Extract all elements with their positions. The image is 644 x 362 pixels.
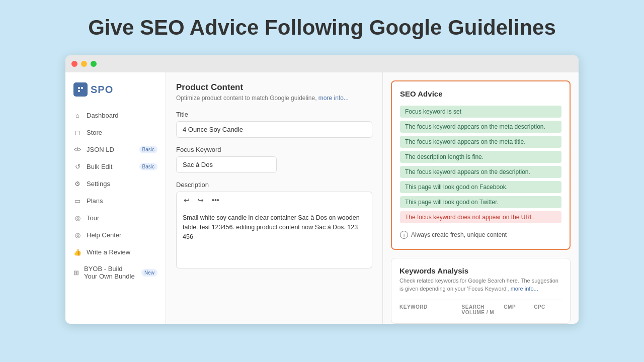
traffic-light-red[interactable] <box>71 61 77 67</box>
advice-info: i Always create fresh, unique content <box>400 229 561 241</box>
advice-item-1: Focus keyword is set <box>400 106 561 118</box>
sidebar: SPO ⌂ Dashboard ◻ Store </> JSON LD Basi… <box>65 72 166 324</box>
seo-advice-card: SEO Advice Focus keyword is set The focu… <box>391 80 571 250</box>
product-content-subtitle: Optimize product content to match Google… <box>176 95 372 102</box>
sidebar-label-help: Help Center <box>87 231 121 239</box>
sidebar-item-plans[interactable]: ▭ Plans <box>65 192 166 209</box>
advice-item-5: The focus keyword appears on the descrip… <box>400 166 561 178</box>
description-label: Description <box>176 181 372 189</box>
bulk-edit-icon: ↺ <box>73 162 82 170</box>
more-options-button[interactable]: ••• <box>210 195 221 205</box>
help-icon: ◎ <box>73 231 82 239</box>
product-content-title: Product Content <box>176 82 372 93</box>
traffic-light-green[interactable] <box>91 61 97 67</box>
right-panel: SEO Advice Focus keyword is set The focu… <box>382 72 579 324</box>
sidebar-item-dashboard[interactable]: ⌂ Dashboard <box>65 107 166 124</box>
keywords-title: Keywords Analysis <box>399 266 562 275</box>
focus-keyword-input[interactable] <box>176 156 277 173</box>
col-keyword: KEYWORD <box>399 304 460 315</box>
sidebar-label-byob: BYOB - Build Your Own Bundle <box>84 265 136 280</box>
sidebar-label-store: Store <box>87 129 102 136</box>
description-toolbar: ↩ ↪ ••• <box>176 192 372 208</box>
sidebar-logo: SPO <box>65 82 166 107</box>
tour-icon: ◎ <box>73 214 82 222</box>
title-form-group: Title <box>176 111 372 138</box>
sidebar-item-store[interactable]: ◻ Store <box>65 124 166 141</box>
store-icon: ◻ <box>73 128 82 136</box>
advice-item-4: The description length is fine. <box>400 151 561 163</box>
redo-button[interactable]: ↪ <box>196 195 206 205</box>
sidebar-item-settings[interactable]: ⚙ Settings <box>65 175 166 192</box>
sidebar-item-byob[interactable]: ⊞ BYOB - Build Your Own Bundle New <box>65 260 166 285</box>
badge-new-byob: New <box>141 269 157 277</box>
sidebar-label-tour: Tour <box>87 214 99 222</box>
sidebar-label-bulk-edit: Bulk Edit <box>87 163 112 170</box>
sidebar-item-json-ld[interactable]: </> JSON LD Basic <box>65 141 166 158</box>
main-content: Product Content Optimize product content… <box>166 72 382 324</box>
plans-icon: ▭ <box>73 197 82 205</box>
sidebar-label-dashboard: Dashboard <box>87 112 119 119</box>
sidebar-label-review: Write a Review <box>87 248 130 256</box>
advice-item-7: This page will look good on Twitter. <box>400 196 561 208</box>
advice-item-6: This page will look good on Facebook. <box>400 181 561 193</box>
keywords-more-info-link[interactable]: more info... <box>511 286 538 292</box>
sidebar-item-help-center[interactable]: ◎ Help Center <box>65 226 166 243</box>
browser-window: SPO ⌂ Dashboard ◻ Store </> JSON LD Basi… <box>65 55 579 324</box>
badge-basic-bulk: Basic <box>139 163 157 170</box>
home-icon: ⌂ <box>73 111 82 119</box>
thumbs-up-icon: 👍 <box>73 248 82 256</box>
col-cpc: CPC <box>534 304 562 315</box>
info-icon: i <box>400 231 408 239</box>
title-input[interactable] <box>176 121 372 138</box>
sidebar-label-settings: Settings <box>87 180 110 188</box>
sidebar-item-tour[interactable]: ◎ Tour <box>65 209 166 226</box>
sidebar-item-write-review[interactable]: 👍 Write a Review <box>65 243 166 260</box>
col-cmp: CMP <box>504 304 532 315</box>
focus-keyword-form-group: Focus Keyword <box>176 146 372 173</box>
keywords-subtitle: Check related keywords for Google Search… <box>399 277 562 293</box>
badge-basic-jsonld: Basic <box>139 146 157 153</box>
keywords-card: Keywords Analysis Check related keywords… <box>391 258 571 324</box>
more-info-link[interactable]: more info... <box>318 95 349 102</box>
logo-text: SPO <box>91 84 113 96</box>
sidebar-label-plans: Plans <box>87 197 103 205</box>
settings-icon: ⚙ <box>73 179 82 188</box>
code-icon: </> <box>73 145 82 153</box>
byob-icon: ⊞ <box>73 268 79 277</box>
advice-info-text: Always create fresh, unique content <box>411 231 507 238</box>
advice-item-8: The focus keyword does not appear on the… <box>400 211 561 223</box>
advice-item-3: The focus keyword appears on the meta ti… <box>400 136 561 148</box>
keywords-table-header: KEYWORD SEARCH VOLUME / M CMP CPC <box>399 300 562 315</box>
sidebar-item-bulk-edit[interactable]: ↺ Bulk Edit Basic <box>65 158 166 175</box>
description-form-group: Description ↩ ↪ ••• Small white soy cand… <box>176 181 372 270</box>
col-search-volume: SEARCH VOLUME / M <box>462 304 502 315</box>
title-label: Title <box>176 111 372 118</box>
advice-item-2: The focus keyword appears on the meta de… <box>400 121 561 133</box>
product-content-section: Product Content Optimize product content… <box>176 82 372 270</box>
browser-titlebar <box>65 55 579 72</box>
browser-content: SPO ⌂ Dashboard ◻ Store </> JSON LD Basi… <box>65 72 579 324</box>
description-textarea[interactable]: Small white soy candle in clear containe… <box>176 208 372 268</box>
undo-button[interactable]: ↩ <box>182 195 192 205</box>
sidebar-label-json-ld: JSON LD <box>87 146 114 153</box>
page-heading: Give SEO Advice Following Google Guideli… <box>88 15 556 40</box>
traffic-light-yellow[interactable] <box>81 61 87 67</box>
focus-keyword-label: Focus Keyword <box>176 146 372 153</box>
logo-icon <box>73 82 88 97</box>
seo-advice-title: SEO Advice <box>400 89 561 98</box>
